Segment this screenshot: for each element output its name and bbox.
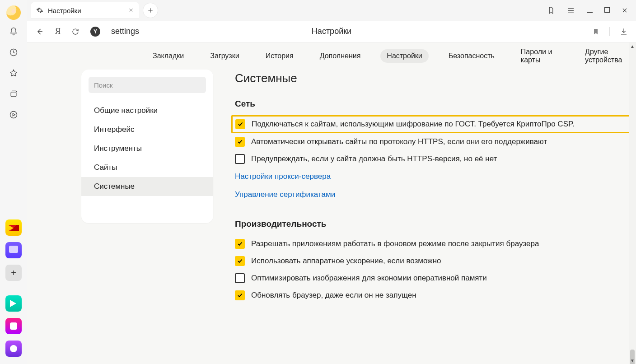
option-row[interactable]: Подключаться к сайтам, использующим шифр…: [231, 115, 636, 133]
window-controls: [547, 6, 636, 14]
checkbox[interactable]: [235, 137, 245, 147]
window-minimize-button[interactable]: [587, 6, 593, 14]
link-row: Управление сертификатами: [231, 186, 636, 204]
divider: [609, 27, 610, 36]
checkbox[interactable]: [235, 154, 245, 164]
settings-nav-item[interactable]: Общие настройки: [81, 101, 213, 120]
option-label: Подключаться к сайтам, использующим шифр…: [252, 120, 575, 129]
option-row[interactable]: Оптимизировать изображения для экономии …: [231, 270, 636, 287]
music-app-tile[interactable]: [5, 295, 22, 312]
checkbox[interactable]: [235, 290, 245, 300]
subnav-item[interactable]: Загрузки: [204, 49, 245, 63]
site-badge-icon[interactable]: Y: [90, 27, 100, 37]
link-row: Настройки прокси-сервера: [231, 168, 636, 186]
settings-nav-item[interactable]: Системные: [81, 177, 213, 196]
reload-icon[interactable]: [71, 28, 80, 36]
option-label: Автоматически открывать сайты по протоко…: [251, 137, 547, 146]
collections-icon[interactable]: [5, 85, 23, 103]
subnav-item[interactable]: Другие устройства: [579, 45, 636, 67]
option-row[interactable]: Разрешать приложениям работать в фоновом…: [231, 235, 636, 252]
window-close-button[interactable]: [622, 7, 628, 14]
option-label: Использовать аппаратное ускорение, если …: [251, 257, 441, 266]
search-input[interactable]: [94, 81, 201, 89]
tab-title: Настройки: [48, 7, 81, 14]
messenger-app-tile[interactable]: [5, 242, 22, 258]
back-icon[interactable]: [35, 27, 44, 36]
option-label: Разрешать приложениям работать в фоновом…: [251, 239, 539, 248]
subnav-item[interactable]: История: [259, 49, 300, 63]
option-label: Предупреждать, если у сайта должна быть …: [251, 154, 497, 163]
subnav-item[interactable]: Безопасность: [442, 49, 501, 63]
close-tab-icon[interactable]: [128, 8, 134, 13]
add-app-tile[interactable]: +: [5, 265, 22, 281]
checkbox[interactable]: [235, 256, 245, 266]
bell-icon[interactable]: [5, 23, 23, 41]
settings-nav-item[interactable]: Интерфейс: [81, 120, 213, 139]
option-row[interactable]: Обновлять браузер, даже если он не запущ…: [231, 287, 636, 304]
gear-icon: [36, 7, 43, 14]
svg-rect-1: [11, 92, 16, 97]
subnav-item[interactable]: Пароли и карты: [514, 45, 565, 67]
option-row[interactable]: Предупреждать, если у сайта должна быть …: [231, 150, 636, 168]
settings-nav-item[interactable]: Инструменты: [81, 139, 213, 158]
subnav-item[interactable]: Закладки: [146, 49, 190, 63]
settings-side-panel: Общие настройкиИнтерфейсИнструментыСайты…: [81, 70, 213, 223]
option-row[interactable]: Использовать аппаратное ускорение, если …: [231, 252, 636, 270]
yandex-home-icon[interactable]: Я: [55, 27, 61, 36]
play-icon[interactable]: [5, 106, 23, 124]
alice-app-tile[interactable]: [5, 318, 22, 334]
history-icon[interactable]: [5, 43, 23, 61]
profile-avatar[interactable]: [6, 5, 21, 20]
settings-subnav: ЗакладкиЗагрузкиИсторияДополненияНастрой…: [27, 42, 636, 70]
subnav-item[interactable]: Дополнения: [313, 49, 367, 63]
section-heading: Производительность: [235, 219, 636, 229]
checkbox[interactable]: [235, 239, 245, 249]
browser-tab[interactable]: Настройки: [31, 2, 139, 19]
option-label: Оптимизировать изображения для экономии …: [251, 274, 487, 283]
star-icon[interactable]: [5, 64, 23, 82]
mail-app-tile[interactable]: [5, 219, 22, 236]
section-heading: Сеть: [235, 99, 636, 109]
scroll-down-icon[interactable]: ▼: [629, 357, 636, 364]
address-bar: Я Y settings Настройки: [27, 21, 636, 42]
svg-point-2: [10, 112, 17, 118]
new-tab-button[interactable]: [143, 3, 158, 18]
menu-icon[interactable]: [567, 6, 575, 14]
settings-nav-item[interactable]: Сайты: [81, 158, 213, 177]
tab-strip: Настройки: [27, 0, 636, 21]
assistant-app-tile[interactable]: [5, 341, 22, 357]
settings-search[interactable]: [89, 77, 206, 93]
checkbox[interactable]: [235, 273, 245, 283]
address-text[interactable]: settings: [111, 27, 139, 36]
option-row[interactable]: Автоматически открывать сайты по протоко…: [231, 133, 636, 150]
scrollbar[interactable]: ▲ ▼: [629, 42, 636, 364]
bookmarks-bar-icon[interactable]: [547, 6, 555, 14]
option-label: Обновлять браузер, даже если он не запущ…: [251, 291, 416, 300]
bookmark-flag-icon[interactable]: [592, 28, 599, 36]
checkbox[interactable]: [235, 119, 245, 129]
settings-body: Системные СетьПодключаться к сайтам, исп…: [231, 70, 636, 304]
window-maximize-button[interactable]: [604, 6, 610, 14]
downloads-icon[interactable]: [620, 28, 628, 36]
scroll-up-icon[interactable]: ▲: [629, 42, 636, 50]
page-title: Настройки: [312, 27, 351, 36]
subnav-item[interactable]: Настройки: [380, 49, 428, 63]
app-sidebar: +: [0, 0, 27, 364]
settings-link[interactable]: Управление сертификатами: [235, 190, 335, 199]
settings-heading: Системные: [235, 71, 636, 85]
settings-link[interactable]: Настройки прокси-сервера: [235, 172, 331, 181]
